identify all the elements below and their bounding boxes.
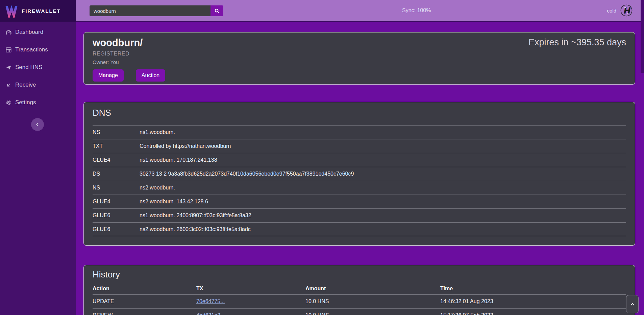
chevron-left-icon [35, 122, 40, 127]
history-header-row: Action TX Amount Time [93, 283, 626, 295]
dns-record-row: NS ns1.woodburn. [93, 125, 626, 139]
column-header-amount: Amount [305, 286, 440, 292]
tx-link[interactable]: 4bd631a2... [196, 312, 225, 315]
domain-card: woodburn/ REGISTERED Owner: You Manage A… [83, 32, 635, 85]
dns-record-type: GLUE4 [93, 157, 140, 163]
history-row: RENEW 4bd631a2... 10.0 HNS 15:17:36 07 F… [93, 309, 626, 315]
dns-record-type: GLUE6 [93, 212, 140, 219]
sidebar-item-settings[interactable]: Settings [5, 98, 76, 107]
history-card-title: History [93, 269, 626, 280]
sidebar-item-receive[interactable]: Receive [5, 81, 76, 89]
history-card: History Action TX Amount Time UPDATE 70e… [83, 265, 635, 315]
svg-text:H: H [623, 6, 631, 16]
page-scrollbar[interactable] [641, 0, 644, 73]
dns-record-row: GLUE4 ns2.woodburn. 143.42.128.6 [93, 195, 626, 208]
dns-record-type: DS [93, 171, 140, 177]
auction-button[interactable]: Auction [136, 69, 165, 82]
magnifier-icon [214, 8, 220, 14]
dns-record-type: GLUE6 [93, 226, 140, 232]
dns-card-title: DNS [93, 108, 626, 118]
dns-record-row: GLUE6 ns2.woodburn. 2600:3c02::f03c:93ff… [93, 222, 626, 236]
search-button[interactable] [210, 5, 223, 16]
sidebar-item-dashboard[interactable]: Dashboard [5, 28, 76, 37]
sidebar-item-label: Dashboard [15, 29, 43, 36]
sidebar: FIREWALLET Dashboard Transactions Send H… [0, 0, 76, 315]
dns-record-type: NS [93, 185, 140, 191]
scroll-to-top-button[interactable] [626, 295, 639, 313]
wallet-name: cold [607, 8, 616, 14]
dns-record-row: GLUE4 ns1.woodburn. 170.187.241.138 [93, 153, 626, 167]
brand-name: FIREWALLET [22, 8, 61, 14]
history-action: UPDATE [93, 298, 196, 305]
dns-record-type: TXT [93, 143, 140, 149]
history-time: 15:17:36 07 Feb 2023 [440, 312, 626, 315]
sidebar-item-send-hns[interactable]: Send HNS [5, 63, 76, 72]
sidebar-item-label: Transactions [15, 46, 48, 53]
dns-record-row: GLUE6 ns1.woodburn. 2400:8907::f03c:93ff… [93, 208, 626, 222]
dns-record-value: ns2.woodburn. [140, 185, 626, 191]
tx-link[interactable]: 70e64775... [196, 298, 225, 304]
gear-icon [5, 99, 12, 106]
gauge-icon [5, 29, 12, 36]
arrow-down-left-icon [5, 82, 12, 88]
dns-table: NS ns1.woodburn. TXT Controlled by https… [93, 125, 626, 236]
sidebar-header: FIREWALLET [0, 0, 76, 22]
dns-record-type: NS [93, 129, 140, 135]
dns-record-type: GLUE4 [93, 199, 140, 205]
expires-label: Expires in ~395.35 days [528, 37, 626, 48]
column-header-time: Time [440, 286, 626, 292]
firewallet-w-logo-icon [5, 4, 18, 18]
chevron-up-icon [629, 301, 636, 307]
dns-record-value: 30273 13 2 9a3a8fb3d625d2a2073d740f10da6… [140, 171, 626, 177]
history-table: Action TX Amount Time UPDATE 70e64775...… [93, 283, 626, 315]
history-action: RENEW [93, 312, 196, 315]
domain-owner: Owner: You [93, 59, 626, 65]
column-header-action: Action [93, 286, 196, 292]
handshake-h-icon: H [620, 4, 633, 17]
dns-record-value: ns1.woodburn. 2400:8907::f03c:93ff:fe5a:… [140, 212, 626, 219]
history-amount: 10.0 HNS [305, 312, 440, 315]
dns-record-row: NS ns2.woodburn. [93, 181, 626, 195]
dns-record-row: TXT Controlled by https://nathan.woodbur… [93, 139, 626, 153]
history-amount: 10.0 HNS [305, 298, 440, 305]
column-header-tx: TX [196, 286, 305, 292]
sidebar-collapse-button[interactable] [31, 118, 44, 131]
manage-button[interactable]: Manage [93, 69, 124, 82]
topbar: Sync: 100% cold H [76, 0, 644, 22]
wallet-switcher[interactable]: cold H [607, 0, 633, 21]
sidebar-item-label: Settings [15, 99, 36, 106]
paper-plane-icon [5, 64, 12, 71]
dns-record-value: Controlled by https://nathan.woodburn [140, 143, 626, 149]
domain-actions: Manage Auction [93, 69, 626, 82]
search-bar [90, 5, 223, 16]
domain-status: REGISTERED [93, 51, 626, 57]
sync-status: Sync: 100% [402, 0, 431, 21]
sidebar-nav: Dashboard Transactions Send HNS Receive … [0, 22, 76, 107]
dns-card: DNS NS ns1.woodburn. TXT Controlled by h… [83, 102, 635, 246]
dns-record-value: ns2.woodburn. 143.42.128.6 [140, 199, 626, 205]
sidebar-item-label: Send HNS [15, 64, 42, 71]
search-input[interactable] [90, 5, 210, 16]
sidebar-item-label: Receive [15, 82, 36, 88]
sidebar-item-transactions[interactable]: Transactions [5, 45, 76, 54]
dns-record-row: DS 30273 13 2 9a3a8fb3d625d2a2073d740f10… [93, 167, 626, 181]
history-time: 14:46:32 01 Aug 2023 [440, 298, 626, 305]
dns-record-value: ns2.woodburn. 2600:3c02::f03c:93ff:fe5a:… [140, 226, 626, 232]
dns-record-value: ns1.woodburn. [140, 129, 626, 135]
history-row: UPDATE 70e64775... 10.0 HNS 14:46:32 01 … [93, 295, 626, 309]
table-icon [5, 47, 12, 53]
dns-record-value: ns1.woodburn. 170.187.241.138 [140, 157, 626, 163]
